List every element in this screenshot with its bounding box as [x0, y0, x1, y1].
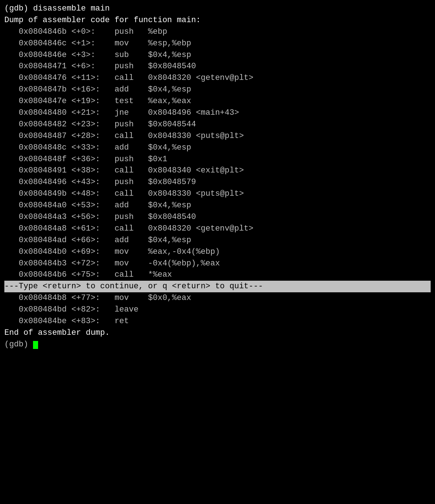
terminal-line: 0x080484b0 <+69>: mov %eax,-0x4(%ebp): [4, 246, 431, 258]
terminal-line: 0x0804849b <+48>: call 0x8048330 <puts@p…: [4, 188, 431, 200]
terminal-line: 0x080484a0 <+53>: add $0x4,%esp: [4, 200, 431, 211]
terminal-line: Dump of assembler code for function main…: [4, 15, 431, 26]
terminal-line: End of assembler dump.: [4, 327, 431, 339]
terminal-line: 0x0804846b <+0>: push %ebp: [4, 26, 431, 38]
terminal-line: 0x0804847b <+16>: add $0x4,%esp: [4, 84, 431, 95]
terminal-line: 0x0804846e <+3>: sub $0x4,%esp: [4, 49, 431, 61]
terminal-window[interactable]: (gdb) disassemble mainDump of assembler …: [4, 3, 431, 504]
terminal-line: 0x080484be <+83>: ret: [4, 316, 431, 327]
terminal-line: 0x08048491 <+38>: call 0x8048340 <exit@p…: [4, 165, 431, 176]
terminal-line: 0x08048480 <+21>: jne 0x8048496 <main+43…: [4, 107, 431, 119]
terminal-line: 0x0804846c <+1>: mov %esp,%ebp: [4, 38, 431, 49]
terminal-line: 0x0804847e <+19>: test %eax,%eax: [4, 95, 431, 107]
terminal-line: ---Type <return> to continue, or q <retu…: [4, 281, 431, 292]
terminal-line: 0x0804848c <+33>: add $0x4,%esp: [4, 142, 431, 154]
terminal-line: 0x080484b8 <+77>: mov $0x0,%eax: [4, 292, 431, 304]
terminal-cursor: [33, 341, 38, 349]
terminal-line: (gdb) disassemble main: [4, 3, 431, 15]
terminal-line: 0x080484ad <+66>: add $0x4,%esp: [4, 235, 431, 246]
terminal-line: 0x08048487 <+28>: call 0x8048330 <puts@p…: [4, 130, 431, 142]
terminal-line: 0x080484b3 <+72>: mov -0x4(%ebp),%eax: [4, 258, 431, 269]
terminal-line: 0x08048476 <+11>: call 0x8048320 <getenv…: [4, 72, 431, 84]
terminal-line: 0x080484a8 <+61>: call 0x8048320 <getenv…: [4, 223, 431, 235]
terminal-line: (gdb): [4, 339, 431, 350]
terminal-line: 0x08048482 <+23>: push $0x8048544: [4, 119, 431, 130]
terminal-line: 0x080484bd <+82>: leave: [4, 304, 431, 316]
terminal-line: 0x08048471 <+6>: push $0x8048540: [4, 61, 431, 72]
terminal-line: 0x08048496 <+43>: push $0x8048579: [4, 176, 431, 188]
terminal-line: 0x080484a3 <+56>: push $0x8048540: [4, 211, 431, 223]
terminal-line: 0x080484b6 <+75>: call *%eax: [4, 269, 431, 281]
terminal-line: 0x0804848f <+36>: push $0x1: [4, 154, 431, 165]
